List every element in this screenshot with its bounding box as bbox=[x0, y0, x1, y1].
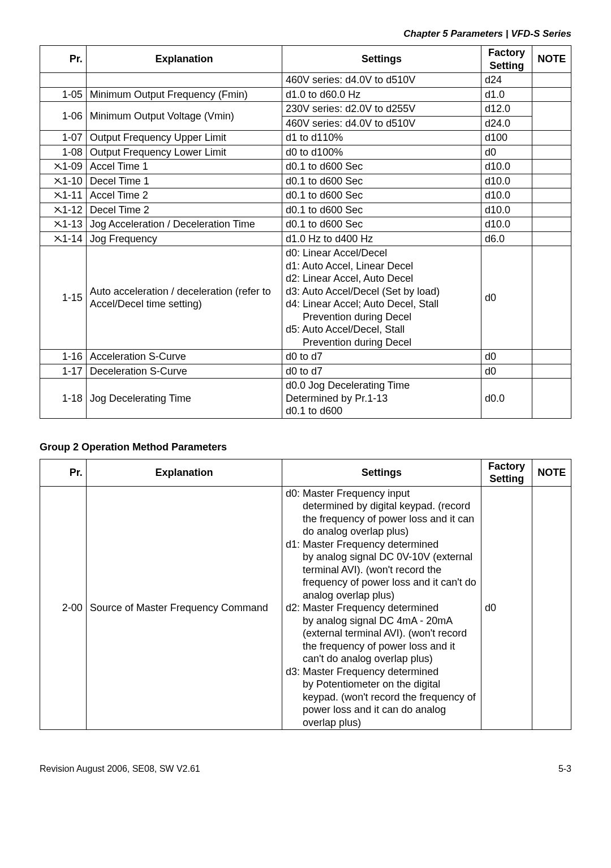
settings-cell: d1 to d110% bbox=[282, 131, 481, 145]
settings-cell: d0.0 Jog Decelerating TimeDetermined by … bbox=[282, 379, 481, 419]
table-row: 1-09Accel Time 1d0.1 to d600 Secd10.0 bbox=[40, 160, 571, 174]
note-cell bbox=[532, 486, 571, 730]
pr-cell: 1-05 bbox=[40, 87, 87, 102]
factory-cell: d10.0 bbox=[481, 217, 532, 232]
factory-cell: d10.0 bbox=[481, 174, 532, 188]
pr-cell: 1-06 bbox=[40, 102, 87, 131]
factory-cell: d0 bbox=[481, 364, 532, 379]
table-row: 1-10Decel Time 1d0.1 to d600 Secd10.0 bbox=[40, 174, 571, 188]
parameters-table-2: Pr. Explanation Settings FactorySetting … bbox=[40, 459, 571, 731]
note-cell bbox=[532, 131, 571, 145]
explanation-cell: Accel Time 1 bbox=[86, 160, 282, 174]
factory-cell: d6.0 bbox=[481, 231, 532, 246]
table-row: 2-00 Source of Master Frequency Command … bbox=[40, 486, 571, 730]
explanation-cell: Source of Master Frequency Command bbox=[86, 486, 282, 730]
explanation-cell: Jog Decelerating Time bbox=[86, 379, 282, 419]
factory-cell: d0 bbox=[481, 145, 532, 160]
explanation-cell: Decel Time 2 bbox=[86, 203, 282, 217]
pr-cell: 2-00 bbox=[40, 486, 87, 730]
header-pr: Pr. bbox=[40, 46, 87, 73]
settings-cell: d0 to d100% bbox=[282, 145, 481, 160]
settings-cell: d1.0 Hz to d400 Hz bbox=[282, 231, 481, 246]
header-note: NOTE bbox=[532, 459, 571, 486]
header-explanation: Explanation bbox=[86, 46, 282, 73]
pr-cell: 1-12 bbox=[40, 203, 87, 217]
settings-cell: d0 to d7 bbox=[282, 364, 481, 379]
note-cell bbox=[532, 350, 571, 364]
factory-cell: d10.0 bbox=[481, 203, 532, 217]
explanation-cell: Minimum Output Voltage (Vmin) bbox=[86, 102, 282, 131]
check-icon bbox=[54, 204, 62, 217]
factory-cell: d0 bbox=[481, 350, 532, 364]
factory-cell: d10.0 bbox=[481, 160, 532, 174]
explanation-cell: Output Frequency Lower Limit bbox=[86, 145, 282, 160]
explanation-cell: Output Frequency Upper Limit bbox=[86, 131, 282, 145]
check-icon bbox=[54, 233, 62, 246]
explanation-cell: Minimum Output Frequency (Fmin) bbox=[86, 87, 282, 102]
footer-left: Revision August 2006, SE08, SW V2.61 bbox=[40, 764, 200, 774]
note-cell bbox=[532, 379, 571, 419]
pr-cell: 1-09 bbox=[40, 160, 87, 174]
table-row: 1-15Auto acceleration / deceleration (re… bbox=[40, 246, 571, 350]
table-row: 1-08Output Frequency Lower Limitd0 to d1… bbox=[40, 145, 571, 160]
table-row: 460V series: d4.0V to d510Vd24 bbox=[40, 73, 571, 88]
table-row: 1-17Deceleration S-Curved0 to d7d0 bbox=[40, 364, 571, 379]
check-icon bbox=[54, 160, 62, 173]
settings-cell: 460V series: d4.0V to d510V bbox=[282, 73, 481, 88]
header-factory-setting: FactorySetting bbox=[481, 459, 532, 486]
header-settings: Settings bbox=[282, 46, 481, 73]
header-settings: Settings bbox=[282, 459, 481, 486]
header-explanation: Explanation bbox=[86, 459, 282, 486]
factory-cell: d1.0 bbox=[481, 87, 532, 102]
pr-cell: 1-11 bbox=[40, 188, 87, 203]
note-cell bbox=[532, 160, 571, 174]
parameters-table-1: Pr. Explanation Settings FactorySetting … bbox=[40, 45, 571, 419]
table-row: 1-07Output Frequency Upper Limitd1 to d1… bbox=[40, 131, 571, 145]
settings-cell: 230V series: d2.0V to d255V bbox=[282, 102, 481, 117]
table-row: 1-14Jog Frequencyd1.0 Hz to d400 Hzd6.0 bbox=[40, 231, 571, 246]
settings-cell: d0.1 to d600 Sec bbox=[282, 217, 481, 232]
factory-cell: d0 bbox=[481, 246, 532, 350]
settings-cell: 460V series: d4.0V to d510V bbox=[282, 116, 481, 131]
explanation-cell: Deceleration S-Curve bbox=[86, 364, 282, 379]
explanation-cell: Jog Frequency bbox=[86, 231, 282, 246]
pr-cell: 1-16 bbox=[40, 350, 87, 364]
table-row: 1-06Minimum Output Voltage (Vmin)230V se… bbox=[40, 102, 571, 117]
note-cell bbox=[532, 246, 571, 350]
factory-cell: d0.0 bbox=[481, 379, 532, 419]
pr-cell: 1-07 bbox=[40, 131, 87, 145]
header-note: NOTE bbox=[532, 46, 571, 73]
settings-cell: d0.1 to d600 Sec bbox=[282, 188, 481, 203]
explanation-cell: Decel Time 1 bbox=[86, 174, 282, 188]
explanation-cell: Acceleration S-Curve bbox=[86, 350, 282, 364]
table-header-row: Pr. Explanation Settings FactorySetting … bbox=[40, 46, 571, 73]
pr-cell: 1-15 bbox=[40, 246, 87, 350]
table-row: 1-18Jog Decelerating Timed0.0 Jog Decele… bbox=[40, 379, 571, 419]
note-cell bbox=[532, 73, 571, 88]
factory-cell: d100 bbox=[481, 131, 532, 145]
pr-cell: 1-08 bbox=[40, 145, 87, 160]
check-icon bbox=[54, 218, 62, 231]
explanation-cell: Auto acceleration / deceleration (refer … bbox=[86, 246, 282, 350]
factory-cell: d12.0 bbox=[481, 102, 532, 117]
settings-cell: d0: Master Frequency inputdetermined by … bbox=[282, 486, 481, 730]
explanation-cell: Jog Acceleration / Deceleration Time bbox=[86, 217, 282, 232]
table-header-row: Pr. Explanation Settings FactorySetting … bbox=[40, 459, 571, 486]
note-cell bbox=[532, 102, 571, 131]
note-cell bbox=[532, 188, 571, 203]
table-row: 1-12Decel Time 2d0.1 to d600 Secd10.0 bbox=[40, 203, 571, 217]
factory-cell: d24.0 bbox=[481, 116, 532, 131]
settings-cell: d0.1 to d600 Sec bbox=[282, 203, 481, 217]
note-cell bbox=[532, 87, 571, 102]
settings-cell: d0: Linear Accel/Deceld1: Auto Accel, Li… bbox=[282, 246, 481, 350]
note-cell bbox=[532, 145, 571, 160]
chapter-header: Chapter 5 Parameters | VFD-S Series bbox=[40, 28, 571, 40]
explanation-cell bbox=[86, 73, 282, 88]
footer-right: 5-3 bbox=[558, 764, 571, 774]
check-icon bbox=[54, 175, 62, 188]
table-row: 1-13Jog Acceleration / Deceleration Time… bbox=[40, 217, 571, 232]
header-factory-setting: FactorySetting bbox=[481, 46, 532, 73]
pr-cell: 1-13 bbox=[40, 217, 87, 232]
pr-cell: 1-10 bbox=[40, 174, 87, 188]
explanation-cell: Accel Time 2 bbox=[86, 188, 282, 203]
